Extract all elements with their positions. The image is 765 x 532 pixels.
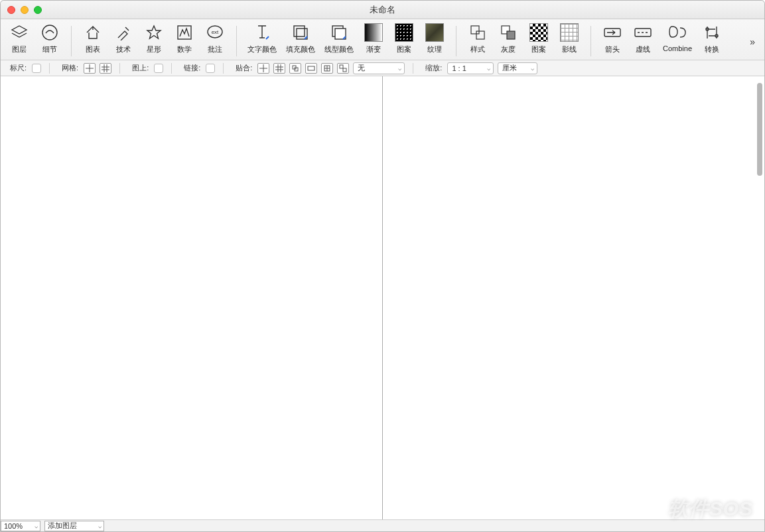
- svg-rect-21: [343, 68, 346, 72]
- unit-dropdown[interactable]: 厘米: [498, 62, 537, 74]
- snap-edge-button[interactable]: [305, 63, 317, 74]
- minimize-window-button[interactable]: [21, 6, 29, 14]
- svg-point-0: [42, 25, 57, 40]
- star-button[interactable]: 星形: [141, 23, 167, 54]
- snap-dropdown[interactable]: 无: [353, 62, 405, 74]
- titlebar: 未命名: [1, 1, 764, 19]
- dash-icon: [634, 23, 652, 42]
- line-color-icon: [330, 23, 348, 42]
- star-icon: [145, 23, 163, 42]
- snap-label: 贴合:: [236, 63, 252, 73]
- snap-grid2-button[interactable]: [273, 63, 285, 74]
- dash-button[interactable]: 虚线: [630, 23, 656, 54]
- zoom-status-dropdown[interactable]: 100%: [1, 521, 40, 531]
- svg-rect-11: [507, 31, 515, 39]
- main-toolbar: 图层 细节 图表 技术 星形 数学: [1, 19, 764, 60]
- arrow-icon: [603, 23, 622, 42]
- grid-dense-button[interactable]: [100, 63, 111, 74]
- texture-button[interactable]: 纹理: [421, 23, 448, 54]
- combine-icon: [668, 23, 687, 42]
- link-checkbox[interactable]: [206, 64, 215, 73]
- fill-color-icon: [291, 23, 310, 42]
- svg-rect-4: [294, 26, 305, 36]
- texture-icon: [425, 23, 444, 42]
- snap-center-button[interactable]: [321, 63, 333, 74]
- toolbar-overflow-button[interactable]: »: [750, 36, 755, 47]
- gradient-button[interactable]: 渐变: [360, 23, 387, 54]
- pattern-icon: [395, 23, 413, 42]
- separator: [456, 26, 456, 56]
- house-icon: [84, 23, 102, 42]
- math-button[interactable]: 数学: [171, 23, 198, 54]
- text-color-icon: [253, 23, 271, 42]
- grid-simple-button[interactable]: [84, 63, 96, 74]
- technique-button[interactable]: 技术: [110, 23, 137, 54]
- separator: [591, 26, 591, 56]
- separator: [236, 26, 237, 56]
- pattern2-button[interactable]: 图案: [525, 23, 552, 54]
- grayscale-button[interactable]: 灰度: [495, 23, 522, 54]
- status-bar: 100% 添加图层: [1, 519, 764, 531]
- svg-rect-1: [178, 26, 191, 39]
- canvas-area[interactable]: [1, 76, 764, 519]
- grid-label: 网格:: [62, 63, 78, 73]
- text-color-button[interactable]: 文字颜色: [245, 23, 279, 54]
- zoom-label: 缩放:: [425, 63, 442, 73]
- combine-button[interactable]: Combine: [660, 23, 695, 54]
- hatch-icon: [560, 23, 579, 42]
- layers-icon: [10, 23, 29, 42]
- onimage-label: 图上:: [132, 63, 149, 73]
- app-window: 未命名 图层 细节 图表 技术: [0, 0, 765, 532]
- line-color-button[interactable]: 线型颜色: [322, 23, 356, 54]
- style-icon: [468, 23, 487, 42]
- style-button[interactable]: 样式: [464, 23, 491, 54]
- ruler-checkbox[interactable]: [32, 64, 41, 73]
- options-bar: 标尺: 网格: 图上: 链接: 贴合: 无 缩放: 1 : 1 厘米: [1, 60, 764, 76]
- convert-button[interactable]: 转换: [699, 23, 725, 54]
- svg-rect-9: [476, 31, 484, 39]
- annotate-icon: ext: [206, 23, 224, 42]
- right-canvas-pane[interactable]: [383, 76, 764, 519]
- hatch-button[interactable]: 影线: [556, 23, 583, 54]
- pattern-button[interactable]: 图案: [391, 23, 417, 54]
- ruler-label: 标尺:: [10, 63, 27, 73]
- snap-grid1-button[interactable]: [257, 63, 269, 74]
- fill-color-button[interactable]: 填充颜色: [283, 23, 318, 54]
- window-title: 未命名: [370, 4, 395, 16]
- snap-intersect-button[interactable]: [337, 63, 349, 74]
- maximize-window-button[interactable]: [34, 6, 42, 14]
- add-layer-dropdown[interactable]: 添加图层: [44, 521, 104, 531]
- gradient-icon: [364, 23, 383, 42]
- snap-obj-button[interactable]: [289, 63, 301, 74]
- chart-button[interactable]: 图表: [80, 23, 106, 54]
- svg-rect-8: [471, 26, 479, 34]
- svg-rect-18: [308, 66, 314, 70]
- tools-icon: [114, 23, 133, 42]
- link-label: 链接:: [184, 63, 200, 73]
- left-canvas-pane[interactable]: [1, 76, 383, 519]
- layers-button[interactable]: 图层: [6, 23, 33, 54]
- convert-icon: [703, 23, 721, 42]
- arrow-button[interactable]: 箭头: [599, 23, 626, 54]
- checker-icon: [529, 23, 548, 42]
- vertical-scrollbar[interactable]: [757, 79, 764, 517]
- details-button[interactable]: 细节: [36, 23, 63, 54]
- traffic-lights: [7, 6, 42, 14]
- close-window-button[interactable]: [7, 6, 15, 14]
- zoom-dropdown[interactable]: 1 : 1: [447, 62, 494, 74]
- svg-rect-20: [340, 65, 343, 68]
- separator: [71, 26, 72, 56]
- annotate-button[interactable]: ext 批注: [202, 23, 228, 54]
- details-icon: [40, 23, 59, 42]
- math-icon: [175, 23, 194, 42]
- svg-text:ext: ext: [212, 29, 219, 35]
- onimage-checkbox[interactable]: [154, 64, 163, 73]
- grayscale-icon: [499, 23, 518, 42]
